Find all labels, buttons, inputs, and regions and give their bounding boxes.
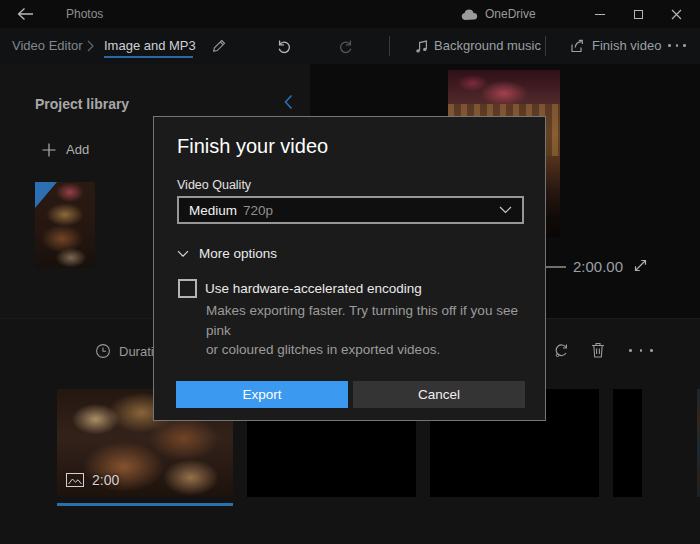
clip-duration-badge: 2:00 — [66, 472, 119, 488]
chevron-right-icon — [87, 40, 94, 52]
storyboard-clip-4[interactable] — [613, 389, 642, 497]
add-media-button[interactable]: Add — [42, 142, 89, 157]
finish-video-button[interactable] — [568, 37, 586, 55]
pencil-icon — [211, 38, 227, 54]
collapse-panel-button[interactable] — [281, 93, 301, 113]
undo-icon — [276, 38, 292, 54]
dialog-title: Finish your video — [177, 135, 328, 158]
maximize-icon — [634, 10, 643, 19]
chevron-left-icon — [281, 93, 301, 111]
timeline-more-button[interactable] — [629, 349, 653, 352]
background-music-button[interactable] — [414, 38, 429, 54]
plus-icon — [42, 143, 56, 157]
music-note-icon — [414, 38, 429, 54]
hardware-encoding-checkbox[interactable] — [178, 279, 197, 298]
add-label: Add — [66, 142, 89, 157]
clip-duration: 2:00 — [92, 472, 119, 488]
editor-toolbar: Video Editor Image and MP3 Back — [0, 28, 700, 64]
delete-button[interactable] — [590, 341, 606, 359]
maximize-button[interactable] — [621, 0, 655, 28]
toolbar-divider — [545, 36, 546, 56]
minimize-icon — [595, 14, 605, 15]
rotate-icon — [553, 342, 570, 359]
back-button[interactable] — [12, 4, 38, 24]
selected-flag-icon — [35, 182, 57, 208]
rename-button[interactable] — [211, 38, 227, 54]
finish-video-dialog: Finish your video Video Quality Medium 7… — [153, 116, 546, 421]
dialog-buttons: Export Cancel — [176, 381, 525, 408]
clip-selected-bar — [57, 503, 233, 506]
rotate-button[interactable] — [553, 342, 570, 359]
photos-app-window: Photos OneDrive Video Editor Image and M… — [0, 0, 700, 544]
active-tab-underline — [104, 56, 193, 58]
onedrive-status[interactable]: OneDrive — [460, 5, 536, 23]
image-icon — [66, 473, 84, 487]
redo-icon — [338, 38, 354, 54]
background-music-label[interactable]: Background music — [434, 38, 541, 53]
onedrive-label: OneDrive — [485, 7, 536, 21]
clock-icon — [95, 343, 111, 359]
toolbar-divider — [389, 36, 390, 56]
more-options-button[interactable] — [668, 44, 686, 47]
chevron-down-icon — [177, 250, 189, 258]
cloud-icon — [460, 8, 479, 21]
finish-video-label[interactable]: Finish video — [592, 38, 661, 53]
export-share-icon — [568, 37, 586, 55]
ellipsis-icon — [668, 44, 671, 47]
redo-button[interactable] — [338, 38, 354, 54]
breadcrumb-root[interactable]: Video Editor — [12, 38, 83, 53]
expand-icon — [632, 257, 652, 274]
chevron-down-icon — [499, 206, 512, 214]
trash-icon — [590, 341, 606, 359]
hardware-encoding-label: Use hardware-accelerated encoding — [205, 281, 422, 296]
titlebar: Photos OneDrive — [0, 0, 700, 28]
cancel-button[interactable]: Cancel — [353, 381, 525, 408]
more-options-label: More options — [199, 246, 277, 261]
quality-value: Medium — [189, 203, 237, 218]
more-options-toggle[interactable]: More options — [177, 246, 277, 261]
minimize-button[interactable] — [583, 0, 617, 28]
elapsed-time: 2:00.00 — [573, 258, 623, 275]
fullscreen-button[interactable] — [632, 257, 652, 277]
close-button[interactable] — [659, 0, 693, 28]
breadcrumb-current-tab[interactable]: Image and MP3 — [104, 38, 196, 53]
hardware-encoding-description: Makes exporting faster. Try turning this… — [206, 301, 545, 360]
undo-button[interactable] — [276, 38, 292, 54]
back-arrow-icon — [17, 7, 34, 21]
project-library-title: Project library — [35, 96, 129, 112]
close-icon — [671, 9, 682, 20]
app-title: Photos — [66, 7, 103, 21]
export-button[interactable]: Export — [176, 381, 348, 408]
library-media-thumbnail[interactable] — [35, 182, 95, 268]
video-quality-select[interactable]: Medium 720p — [177, 196, 524, 224]
ellipsis-icon — [629, 349, 632, 352]
quality-detail: 720p — [243, 203, 273, 218]
video-quality-label: Video Quality — [177, 178, 251, 192]
